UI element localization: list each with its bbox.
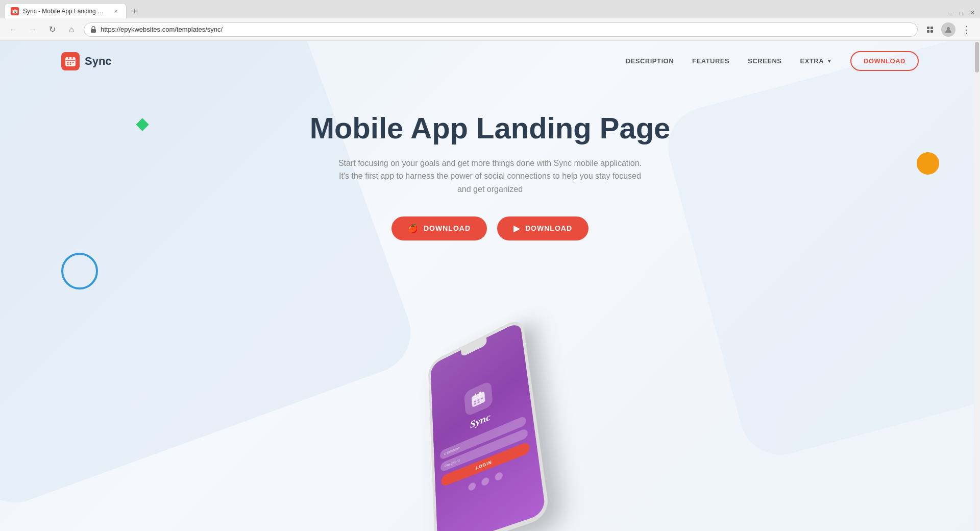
hero-content: Mobile App Landing Page Start focusing o… [0,81,980,450]
nav-description[interactable]: DESCRIPTION [626,57,674,65]
address-bar[interactable]: https://epykwebsites.com/templates/sync/ [84,22,918,37]
nav-extra-label: EXTRA [800,57,824,65]
svg-rect-19 [479,391,481,395]
hero-buttons-container: 🍎 DOWNLOAD ▶ DOWNLOAD [10,216,970,240]
secure-lock-icon [90,26,96,33]
extensions-icon[interactable] [923,22,937,37]
hero-section: Sync DESCRIPTION FEATURES SCREENS EXTRA … [0,41,980,531]
logo-text: Sync [85,55,112,68]
webpage-content: Sync DESCRIPTION FEATURES SCREENS EXTRA … [0,41,980,531]
tab-title: Sync - Mobile App Landing Page [23,8,108,15]
svg-rect-10 [71,56,72,59]
close-window-button[interactable]: ✕ [969,9,976,16]
svg-rect-4 [930,30,933,33]
svg-rect-14 [67,63,69,64]
svg-rect-2 [930,27,933,29]
logo-icon [61,52,80,70]
tab-bar: 📅 Sync - Mobile App Landing Page × + ─ ◻… [0,0,980,18]
restore-button[interactable]: ◻ [958,9,965,16]
browser-menu-button[interactable]: ⋮ [960,22,974,37]
tab-close-button[interactable]: × [112,7,120,15]
hero-title: Mobile App Landing Page [10,112,970,144]
svg-rect-0 [91,29,96,33]
svg-rect-11 [67,61,69,62]
phone-footer-icon-2 [481,476,489,487]
phone-login-label: LOGIN [476,460,492,470]
play-icon: ▶ [513,224,520,233]
browser-toolbar-icons: ⋮ [923,22,974,37]
phone-mockup-container: Sync Username Password LO [10,266,970,429]
svg-rect-9 [68,56,69,59]
svg-rect-16 [472,391,485,407]
svg-rect-13 [72,61,74,62]
tab-favicon: 📅 [11,7,19,15]
android-download-button[interactable]: ▶ DOWNLOAD [497,216,589,240]
android-download-label: DOWNLOAD [525,224,572,232]
chevron-down-icon: ▼ [827,58,832,64]
nav-links-container: DESCRIPTION FEATURES SCREENS EXTRA ▼ DOW… [626,51,919,71]
nav-extra-dropdown[interactable]: EXTRA ▼ [800,57,832,65]
hero-subtitle: Start focusing on your goals and get mor… [337,157,643,196]
svg-rect-12 [70,61,71,62]
apple-icon: 🍎 [408,224,419,233]
site-navigation: Sync DESCRIPTION FEATURES SCREENS EXTRA … [0,41,980,81]
home-button[interactable]: ⌂ [64,22,79,37]
phone-footer-icon-1 [468,481,476,492]
apple-download-label: DOWNLOAD [424,224,471,232]
svg-rect-15 [70,63,71,64]
phone-body: Sync Username Password LO [428,317,550,531]
forward-button[interactable]: → [26,22,40,37]
nav-features[interactable]: FEATURES [692,57,729,65]
active-tab[interactable]: 📅 Sync - Mobile App Landing Page × [4,3,127,18]
browser-nav-bar: ← → ↻ ⌂ https://epykwebsites.com/templat… [0,18,980,41]
phone-screen: Sync Username Password LO [430,321,546,531]
browser-window: 📅 Sync - Mobile App Landing Page × + ─ ◻… [0,0,980,531]
apple-download-button[interactable]: 🍎 DOWNLOAD [391,216,487,240]
svg-rect-18 [475,393,477,397]
phone-wrapper: Sync Username Password LO [311,266,669,429]
url-text: https://epykwebsites.com/templates/sync/ [101,26,911,33]
nav-screens[interactable]: SCREENS [748,57,781,65]
new-tab-button[interactable]: + [128,4,142,18]
svg-rect-1 [927,27,929,29]
profile-icon[interactable] [941,22,955,37]
minimize-button[interactable]: ─ [946,9,953,16]
phone-notch [461,337,487,357]
phone-footer-icon-3 [495,471,503,481]
nav-download-button[interactable]: DOWNLOAD [850,51,919,71]
site-logo[interactable]: Sync [61,52,112,70]
reload-button[interactable]: ↻ [45,22,59,37]
svg-rect-3 [927,30,929,33]
back-button[interactable]: ← [6,22,20,37]
